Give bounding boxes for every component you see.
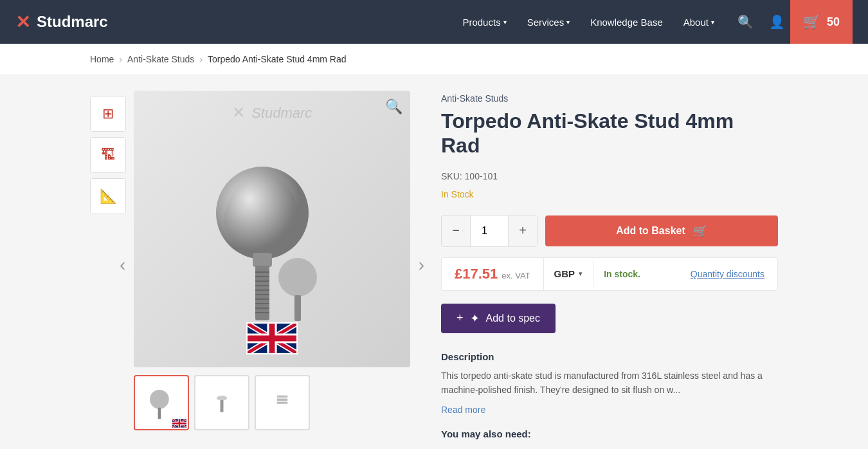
cart-icon: 🛒 (803, 14, 820, 30)
sku-row: SKU: 100-101 (441, 171, 778, 181)
main-product-image: ✕ Studmarc (134, 91, 410, 367)
price-vat: ex. VAT (502, 271, 530, 280)
product-details: Anti-Skate Studs Torpedo Anti-Skate Stud… (441, 91, 778, 439)
wm-x-icon: ✕ (232, 104, 245, 121)
quantity-decrease-button[interactable]: − (442, 215, 470, 246)
desc-text: This torpedo anti-skate stud is manufact… (441, 369, 778, 398)
purchase-row: − + Add to Basket 🛒 (441, 215, 778, 247)
quantity-input[interactable] (470, 215, 509, 246)
svg-point-13 (278, 258, 317, 297)
breadcrumb-category[interactable]: Anti-Skate Studs (127, 54, 194, 64)
read-more-link[interactable]: Read more (441, 405, 485, 415)
breadcrumb-sep: › (119, 54, 122, 64)
thumb-icon-2: 🏗 (101, 147, 115, 163)
basket-icon: 🛒 (693, 224, 707, 238)
thumb-strip-item-1[interactable] (134, 375, 189, 430)
product-title: Torpedo Anti-Skate Stud 4mm Rad (441, 109, 778, 158)
spec-icon: ✦ (470, 311, 480, 325)
ts-flag (172, 419, 186, 428)
logo-icon: ✕ (15, 12, 30, 33)
main-nav: Products ▾ Services ▾ Knowledge Base Abo… (455, 12, 790, 33)
add-basket-label: Add to Basket (616, 225, 685, 237)
svg-rect-22 (277, 399, 288, 401)
breadcrumb-sep-2: › (199, 54, 203, 64)
currency-selector[interactable]: GBP ▾ (544, 261, 594, 287)
product-image-area: ‹ ✕ Studmarc (134, 91, 410, 439)
search-icon[interactable]: 🔍 (732, 12, 759, 32)
breadcrumb: Home › Anti-Skate Studs › Torpedo Anti-S… (0, 44, 868, 75)
nav-knowledge-base[interactable]: Knowledge Base (583, 12, 671, 33)
sku-label: SKU: (441, 171, 462, 181)
thumb-strip-item-3[interactable] (255, 375, 310, 430)
svg-rect-23 (277, 402, 288, 404)
thumbnail-item-2[interactable]: 🏗 (90, 137, 126, 173)
currency-text: GBP (554, 268, 575, 279)
price-row: £17.51 ex. VAT GBP ▾ In stock. Quantity … (441, 257, 778, 291)
nav-products[interactable]: Products ▾ (455, 12, 514, 33)
thumb-svg-3 (262, 382, 303, 423)
logo-area[interactable]: ✕ Studmarc (15, 12, 108, 33)
watermark-text: Studmarc (251, 105, 312, 121)
stock-status: In Stock (441, 189, 778, 199)
quantity-control: − + (441, 215, 538, 247)
svg-rect-14 (294, 295, 301, 321)
nav-services[interactable]: Services ▾ (520, 12, 578, 33)
chevron-down-icon: ▾ (503, 19, 507, 26)
thumb-svg-1 (141, 382, 182, 423)
svg-rect-21 (277, 396, 288, 398)
thumb-icon-1: ⊞ (102, 105, 114, 122)
chevron-down-icon: ▾ (566, 19, 570, 26)
image-next-button[interactable]: › (413, 250, 429, 280)
image-prev-button[interactable]: ‹ (114, 250, 131, 280)
chevron-down-icon: ▾ (711, 19, 714, 26)
description-section: Description This torpedo anti-skate stud… (441, 351, 778, 416)
add-to-basket-button[interactable]: Add to Basket 🛒 (545, 215, 778, 246)
quantity-increase-button[interactable]: + (509, 215, 537, 246)
price-block: £17.51 ex. VAT (442, 258, 544, 290)
quantity-discounts-link[interactable]: Quantity discounts (678, 261, 777, 287)
chevron-down-icon: ▾ (579, 270, 583, 278)
svg-rect-20 (221, 400, 224, 412)
svg-point-19 (217, 396, 228, 400)
cart-count: 50 (827, 15, 840, 29)
breadcrumb-current: Torpedo Anti-Skate Stud 4mm Rad (208, 54, 347, 64)
breadcrumb-home[interactable]: Home (90, 54, 114, 64)
sku-value: 100-101 (465, 171, 498, 181)
plus-icon: + (457, 311, 464, 325)
user-icon[interactable]: 👤 (764, 12, 790, 32)
product-category: Anti-Skate Studs (441, 93, 778, 104)
cart-button[interactable]: 🛒 50 (790, 0, 853, 44)
thumbnail-item-3[interactable]: 📐 (90, 178, 126, 214)
add-spec-label: Add to spec (486, 313, 541, 324)
thumb-icon-3: 📐 (100, 188, 117, 205)
thumb-svg-2 (201, 382, 242, 423)
svg-rect-17 (158, 408, 161, 419)
main-content: ⊞ 🏗 📐 ‹ ✕ Studmarc (0, 75, 868, 449)
product-svg (188, 129, 356, 329)
uk-flag-area (246, 322, 298, 357)
desc-title: Description (441, 351, 778, 362)
product-image-section: ⊞ 🏗 📐 ‹ ✕ Studmarc (90, 91, 410, 439)
image-watermark: ✕ Studmarc (134, 104, 410, 122)
product-price: £17.51 (455, 266, 498, 282)
thumbnail-strip (134, 375, 410, 430)
uk-flag (246, 322, 298, 354)
nav-icons: 🔍 👤 (732, 12, 790, 32)
thumb-strip-item-2[interactable] (194, 375, 249, 430)
svg-rect-1 (253, 253, 272, 267)
add-to-spec-button[interactable]: + ✦ Add to spec (441, 304, 556, 333)
site-header: ✕ Studmarc Products ▾ Services ▾ Knowled… (0, 0, 868, 44)
logo-text: Studmarc (37, 13, 108, 31)
zoom-icon[interactable]: 🔍 (385, 98, 402, 115)
stock-inline: In stock. (593, 261, 651, 287)
thumbnail-item-1[interactable]: ⊞ (90, 96, 126, 132)
nav-about[interactable]: About ▾ (676, 12, 722, 33)
you-may-also-need: You may also need: (441, 428, 778, 439)
svg-point-16 (150, 390, 169, 409)
